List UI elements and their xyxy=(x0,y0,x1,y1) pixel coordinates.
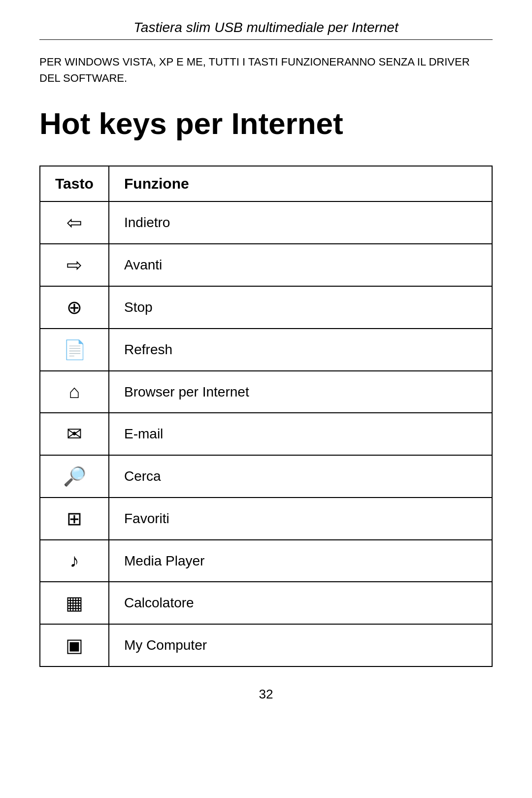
function-cell: Favoriti xyxy=(109,498,492,540)
table-row: ▣My Computer xyxy=(40,624,492,666)
function-cell: E-mail xyxy=(109,413,492,455)
function-cell: Stop xyxy=(109,286,492,329)
icon-cell: ▣ xyxy=(40,624,109,666)
table-row: ⊞Favoriti xyxy=(40,498,492,540)
table-row: ✉E-mail xyxy=(40,413,492,455)
function-cell: Cerca xyxy=(109,455,492,498)
function-cell: Browser per Internet xyxy=(109,371,492,413)
table-row: ⊕Stop xyxy=(40,286,492,329)
icon-cell: ⌂ xyxy=(40,371,109,413)
icon-cell: ✉ xyxy=(40,413,109,455)
col-funzione-header: Funzione xyxy=(109,166,492,201)
function-cell: Calcolatore xyxy=(109,582,492,624)
table-row: ⇨Avanti xyxy=(40,244,492,286)
hotkeys-table: Tasto Funzione ⇦Indietro⇨Avanti⊕Stop📄Ref… xyxy=(39,166,493,667)
table-row: 🔎Cerca xyxy=(40,455,492,498)
header-title: Tastiera slim USB multimediale per Inter… xyxy=(133,20,398,35)
function-cell: Refresh xyxy=(109,329,492,371)
header-divider xyxy=(39,39,493,40)
icon-cell: ⇦ xyxy=(40,201,109,244)
icon-cell: ▦ xyxy=(40,582,109,624)
function-cell: Media Player xyxy=(109,540,492,582)
table-row: ⇦Indietro xyxy=(40,201,492,244)
table-row: ⌂Browser per Internet xyxy=(40,371,492,413)
icon-cell: 🔎 xyxy=(40,455,109,498)
table-row: ▦Calcolatore xyxy=(40,582,492,624)
icon-cell: ⊕ xyxy=(40,286,109,329)
table-row: ♪Media Player xyxy=(40,540,492,582)
icon-cell: ⊞ xyxy=(40,498,109,540)
table-row: 📄Refresh xyxy=(40,329,492,371)
function-cell: Indietro xyxy=(109,201,492,244)
function-cell: Avanti xyxy=(109,244,492,286)
icon-cell: ⇨ xyxy=(40,244,109,286)
subtitle-text: PER WINDOWS VISTA, XP E ME, TUTTI I TAST… xyxy=(39,54,493,86)
col-tasto-header: Tasto xyxy=(40,166,109,201)
page-number: 32 xyxy=(259,687,273,702)
function-cell: My Computer xyxy=(109,624,492,666)
icon-cell: 📄 xyxy=(40,329,109,371)
icon-cell: ♪ xyxy=(40,540,109,582)
page-heading: Hot keys per Internet xyxy=(39,106,493,141)
